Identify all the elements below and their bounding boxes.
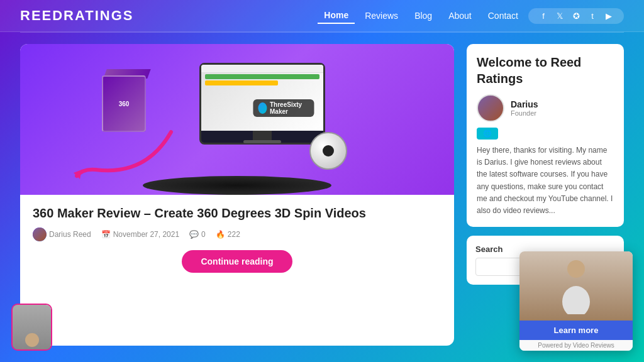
welcome-widget: Welcome to Reed Ratings Darius Founder 🌐… <box>467 44 624 227</box>
youtube-icon[interactable]: ▶ <box>602 11 615 21</box>
powered-by-label: Powered by Video Reviews <box>519 340 633 351</box>
video-person-thumbnail <box>519 251 633 321</box>
bottom-left-avatar-popup[interactable] <box>11 304 52 351</box>
author-avatar-inner <box>33 228 47 241</box>
sidebar-description: Hey there, thanks for visiting. My name … <box>477 145 614 217</box>
header: ReedRatings Home Reviews Blog About Cont… <box>0 0 644 32</box>
meta-comments: 💬 0 <box>189 230 206 239</box>
video-review-popup: Learn more Powered by Video Reviews <box>519 251 633 351</box>
facebook-icon[interactable]: f <box>537 11 550 21</box>
monitor-bar-1 <box>205 74 319 79</box>
article-body: 360 Maker Review – Create 360 Degrees 3D… <box>20 195 454 279</box>
views-count: 222 <box>228 230 240 239</box>
video-preview-area <box>519 251 633 321</box>
article-card: ThreeSixty Maker <box>20 44 454 346</box>
site-logo[interactable]: ReedRatings <box>20 8 134 24</box>
svg-point-2 <box>562 286 590 314</box>
continue-reading-button[interactable]: Continue reading <box>182 250 292 273</box>
article-image: ThreeSixty Maker <box>20 44 454 195</box>
nav-home[interactable]: Home <box>318 8 355 24</box>
monitor-bar-2 <box>205 80 278 85</box>
nav-blog[interactable]: Blog <box>408 8 438 23</box>
meta-views: 🔥 222 <box>216 230 240 239</box>
camera-ball <box>309 132 347 170</box>
person-svg <box>557 258 595 314</box>
display-platform <box>143 176 331 195</box>
pinterest-icon[interactable]: ✪ <box>570 11 582 21</box>
author-avatar-small <box>33 228 47 241</box>
threesixty-logo: ThreeSixty Maker <box>253 99 314 117</box>
social-icons-group: f 𝕏 ✪ t ▶ <box>528 8 624 24</box>
monitor-base <box>243 140 281 143</box>
nav-about[interactable]: About <box>442 8 478 23</box>
comment-icon: 💬 <box>189 230 199 239</box>
meta-date: 📅 November 27, 2021 <box>101 230 179 239</box>
author-info-name: Darius <box>511 99 538 109</box>
svg-point-1 <box>567 260 585 278</box>
product-box <box>102 75 158 138</box>
calendar-icon: 📅 <box>101 230 111 239</box>
author-info: Darius Founder <box>511 99 538 117</box>
monitor-graphic: ThreeSixty Maker <box>199 63 325 145</box>
author-name: Darius Reed <box>49 230 91 239</box>
author-link-button[interactable]: 🌐 <box>477 128 498 140</box>
learn-more-button[interactable]: Learn more <box>519 321 633 340</box>
article-meta: Darius Reed 📅 November 27, 2021 💬 0 🔥 22… <box>33 228 441 241</box>
nav-contact[interactable]: Contact <box>482 8 525 23</box>
monitor-stand <box>253 131 272 140</box>
meta-author: Darius Reed <box>33 228 91 241</box>
nav-reviews[interactable]: Reviews <box>358 8 404 23</box>
author-big-avatar <box>477 94 504 122</box>
twitter-icon[interactable]: 𝕏 <box>553 11 566 21</box>
svg-marker-0 <box>74 170 82 179</box>
welcome-title: Welcome to Reed Ratings <box>477 54 614 87</box>
tumblr-icon[interactable]: t <box>586 11 599 21</box>
main-nav: Home Reviews Blog About Contact f 𝕏 ✪ t … <box>318 8 624 24</box>
article-title: 360 Maker Review – Create 360 Degrees 3D… <box>33 205 441 221</box>
monitor-screen: ThreeSixty Maker <box>201 65 323 131</box>
person-silhouette-head <box>25 333 39 347</box>
comment-count: 0 <box>201 230 206 239</box>
views-icon: 🔥 <box>216 230 225 239</box>
ts-logo-text: ThreeSixty Maker <box>270 101 309 115</box>
avatar-inner <box>13 305 51 349</box>
article-date: November 27, 2021 <box>113 230 179 239</box>
author-info-role: Founder <box>511 109 538 117</box>
author-row: Darius Founder <box>477 94 614 122</box>
ts-logo-icon <box>258 102 267 114</box>
box-front-face <box>102 75 146 132</box>
